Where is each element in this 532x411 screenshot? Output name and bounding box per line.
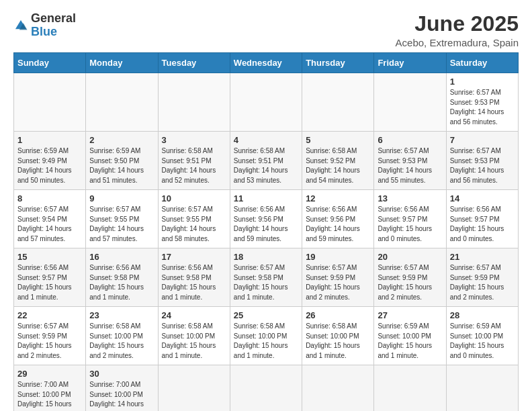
day-details: Sunrise: 6:56 AM Sunset: 9:58 PM Dayligh… [162, 263, 226, 302]
day-details: Sunrise: 6:57 AM Sunset: 9:59 PM Dayligh… [306, 263, 370, 302]
day-details: Sunrise: 6:57 AM Sunset: 9:53 PM Dayligh… [450, 88, 515, 127]
day-details: Sunrise: 6:59 AM Sunset: 9:49 PM Dayligh… [17, 146, 82, 185]
logo-icon [13, 18, 28, 33]
calendar-day-cell [374, 365, 446, 411]
day-number: 3 [162, 135, 226, 145]
day-of-week-header: Wednesday [230, 53, 302, 73]
day-number: 19 [306, 252, 370, 262]
month-title: June 2025 [396, 12, 519, 36]
day-details: Sunrise: 6:57 AM Sunset: 9:53 PM Dayligh… [378, 146, 442, 185]
day-details: Sunrise: 6:57 AM Sunset: 9:53 PM Dayligh… [450, 146, 515, 185]
day-number: 17 [162, 252, 226, 262]
day-number: 24 [162, 310, 226, 320]
day-number: 2 [89, 135, 154, 145]
calendar-day-cell [230, 73, 302, 132]
day-number: 8 [17, 193, 82, 203]
day-details: Sunrise: 6:57 AM Sunset: 9:58 PM Dayligh… [234, 263, 298, 302]
day-number: 6 [378, 135, 442, 145]
calendar-week-row: 1Sunrise: 6:59 AM Sunset: 9:49 PM Daylig… [14, 132, 519, 190]
day-details: Sunrise: 6:59 AM Sunset: 10:00 PM Daylig… [378, 322, 442, 361]
calendar-header-row: SundayMondayTuesdayWednesdayThursdayFrid… [14, 53, 519, 73]
calendar-day-cell [158, 73, 230, 132]
calendar-day-cell: 29Sunrise: 7:00 AM Sunset: 10:00 PM Dayl… [14, 365, 86, 411]
day-number: 1 [450, 77, 515, 87]
calendar-day-cell: 25Sunrise: 6:58 AM Sunset: 10:00 PM Dayl… [230, 307, 302, 365]
calendar-day-cell: 13Sunrise: 6:56 AM Sunset: 9:57 PM Dayli… [374, 190, 446, 248]
day-details: Sunrise: 6:58 AM Sunset: 9:51 PM Dayligh… [162, 146, 226, 185]
day-details: Sunrise: 6:57 AM Sunset: 9:59 PM Dayligh… [378, 263, 442, 302]
calendar-day-cell: 10Sunrise: 6:57 AM Sunset: 9:55 PM Dayli… [158, 190, 230, 248]
day-number: 26 [306, 310, 370, 320]
calendar-day-cell: 20Sunrise: 6:57 AM Sunset: 9:59 PM Dayli… [374, 248, 446, 307]
day-number: 20 [378, 252, 442, 262]
calendar-day-cell: 6Sunrise: 6:57 AM Sunset: 9:53 PM Daylig… [374, 132, 446, 190]
day-details: Sunrise: 6:57 AM Sunset: 9:55 PM Dayligh… [162, 205, 226, 244]
day-details: Sunrise: 6:56 AM Sunset: 9:56 PM Dayligh… [306, 205, 370, 244]
day-number: 13 [378, 193, 442, 203]
day-number: 4 [234, 135, 298, 145]
calendar-day-cell [230, 365, 302, 411]
day-details: Sunrise: 6:57 AM Sunset: 9:54 PM Dayligh… [17, 205, 82, 244]
calendar-day-cell: 8Sunrise: 6:57 AM Sunset: 9:54 PM Daylig… [14, 190, 86, 248]
calendar-day-cell: 19Sunrise: 6:57 AM Sunset: 9:59 PM Dayli… [302, 248, 374, 307]
day-details: Sunrise: 6:57 AM Sunset: 9:59 PM Dayligh… [450, 263, 515, 302]
calendar-day-cell: 21Sunrise: 6:57 AM Sunset: 9:59 PM Dayli… [446, 248, 518, 307]
calendar-day-cell: 16Sunrise: 6:56 AM Sunset: 9:58 PM Dayli… [86, 248, 158, 307]
day-number: 27 [378, 310, 442, 320]
day-details: Sunrise: 6:59 AM Sunset: 10:00 PM Daylig… [450, 322, 515, 361]
calendar-week-row: 8Sunrise: 6:57 AM Sunset: 9:54 PM Daylig… [14, 190, 519, 248]
day-details: Sunrise: 6:58 AM Sunset: 9:51 PM Dayligh… [234, 146, 298, 185]
calendar-day-cell: 12Sunrise: 6:56 AM Sunset: 9:56 PM Dayli… [302, 190, 374, 248]
calendar-day-cell [374, 73, 446, 132]
day-of-week-header: Tuesday [158, 53, 230, 73]
logo-text: General Blue [31, 12, 76, 39]
day-number: 15 [17, 252, 82, 262]
calendar-day-cell: 9Sunrise: 6:57 AM Sunset: 9:55 PM Daylig… [86, 190, 158, 248]
day-details: Sunrise: 6:56 AM Sunset: 9:57 PM Dayligh… [17, 263, 82, 302]
day-details: Sunrise: 7:00 AM Sunset: 10:00 PM Daylig… [17, 380, 82, 411]
calendar-day-cell: 1Sunrise: 6:57 AM Sunset: 9:53 PM Daylig… [446, 73, 518, 132]
calendar-day-cell: 7Sunrise: 6:57 AM Sunset: 9:53 PM Daylig… [446, 132, 518, 190]
calendar-week-row: 15Sunrise: 6:56 AM Sunset: 9:57 PM Dayli… [14, 248, 519, 307]
calendar-day-cell [302, 365, 374, 411]
page-header: General Blue June 2025 Acebo, Extremadur… [13, 12, 519, 48]
day-number: 9 [89, 193, 154, 203]
day-number: 23 [89, 310, 154, 320]
day-of-week-header: Friday [374, 53, 446, 73]
day-details: Sunrise: 6:56 AM Sunset: 9:58 PM Dayligh… [89, 263, 154, 302]
logo: General Blue [13, 12, 76, 39]
day-details: Sunrise: 7:00 AM Sunset: 10:00 PM Daylig… [89, 380, 154, 411]
calendar-week-row: 22Sunrise: 6:57 AM Sunset: 9:59 PM Dayli… [14, 307, 519, 365]
calendar-day-cell: 2Sunrise: 6:59 AM Sunset: 9:50 PM Daylig… [86, 132, 158, 190]
calendar-day-cell: 24Sunrise: 6:58 AM Sunset: 10:00 PM Dayl… [158, 307, 230, 365]
calendar-day-cell [302, 73, 374, 132]
calendar-day-cell: 22Sunrise: 6:57 AM Sunset: 9:59 PM Dayli… [14, 307, 86, 365]
calendar-day-cell: 14Sunrise: 6:56 AM Sunset: 9:57 PM Dayli… [446, 190, 518, 248]
location-title: Acebo, Extremadura, Spain [396, 37, 519, 48]
calendar-day-cell: 1Sunrise: 6:59 AM Sunset: 9:49 PM Daylig… [14, 132, 86, 190]
day-details: Sunrise: 6:58 AM Sunset: 10:00 PM Daylig… [234, 322, 298, 361]
day-number: 5 [306, 135, 370, 145]
calendar-day-cell: 15Sunrise: 6:56 AM Sunset: 9:57 PM Dayli… [14, 248, 86, 307]
day-number: 22 [17, 310, 82, 320]
day-details: Sunrise: 6:57 AM Sunset: 9:55 PM Dayligh… [89, 205, 154, 244]
calendar-day-cell: 11Sunrise: 6:56 AM Sunset: 9:56 PM Dayli… [230, 190, 302, 248]
calendar-week-row: 1Sunrise: 6:57 AM Sunset: 9:53 PM Daylig… [14, 73, 519, 132]
calendar-week-row: 29Sunrise: 7:00 AM Sunset: 10:00 PM Dayl… [14, 365, 519, 411]
day-number: 11 [234, 193, 298, 203]
day-number: 7 [450, 135, 515, 145]
day-details: Sunrise: 6:58 AM Sunset: 9:52 PM Dayligh… [306, 146, 370, 185]
day-number: 25 [234, 310, 298, 320]
day-number: 21 [450, 252, 515, 262]
day-of-week-header: Saturday [446, 53, 518, 73]
day-number: 16 [89, 252, 154, 262]
day-number: 18 [234, 252, 298, 262]
calendar-day-cell: 28Sunrise: 6:59 AM Sunset: 10:00 PM Dayl… [446, 307, 518, 365]
logo-blue: Blue [31, 25, 57, 38]
calendar-day-cell: 4Sunrise: 6:58 AM Sunset: 9:51 PM Daylig… [230, 132, 302, 190]
title-block: June 2025 Acebo, Extremadura, Spain [396, 12, 519, 48]
day-of-week-header: Monday [86, 53, 158, 73]
calendar-day-cell [86, 73, 158, 132]
day-details: Sunrise: 6:58 AM Sunset: 10:00 PM Daylig… [162, 322, 226, 361]
calendar-day-cell: 26Sunrise: 6:58 AM Sunset: 10:00 PM Dayl… [302, 307, 374, 365]
